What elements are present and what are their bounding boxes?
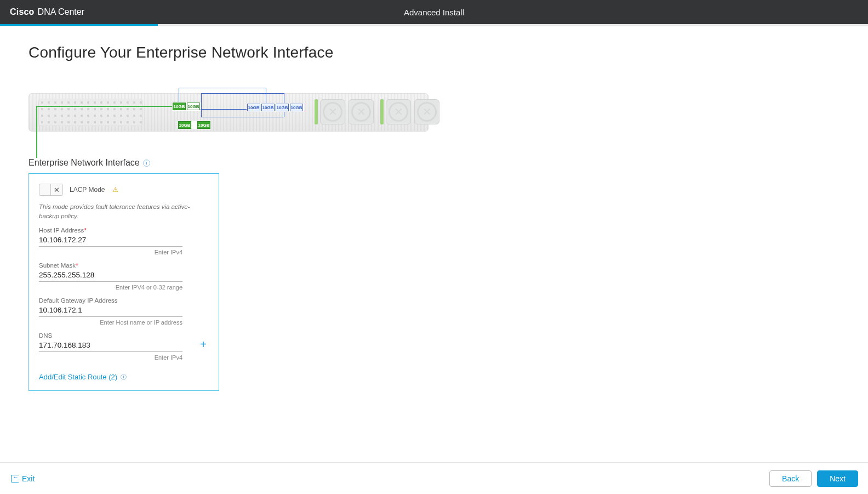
brand: Cisco DNA Center	[0, 7, 84, 17]
back-button[interactable]: Back	[769, 470, 812, 487]
warning-icon: ⚠	[112, 186, 118, 194]
subnet-field: Subnet Mask* Enter IPV4 or 0-32 range	[39, 262, 182, 291]
interface-config-card: ✕ LACP Mode ⚠ This mode provides fault t…	[28, 173, 219, 391]
port-pair-top-green: 10GB 10GB	[172, 102, 201, 111]
toggle-knob: ✕	[50, 184, 62, 195]
port-10gb-blue: 10GB	[247, 104, 260, 111]
host-ip-field: Host IP Address* Enter IPv4	[39, 227, 182, 255]
page-body: Configure Your Enterprise Network Interf…	[0, 26, 868, 391]
subnet-input[interactable]	[39, 269, 182, 282]
port-10gb-green: 10GB	[178, 121, 191, 129]
host-ip-hint: Enter IPv4	[39, 249, 182, 255]
exit-icon	[11, 475, 19, 482]
port-10gb-blue: 10GB	[276, 104, 289, 111]
header-context-title: Advanced Install	[404, 8, 464, 17]
subnet-hint: Enter IPV4 or 0-32 range	[39, 284, 182, 291]
port-10gb-blue: 10GB	[261, 104, 275, 111]
exit-label: Exit	[22, 474, 35, 483]
x-icon: ✕	[54, 186, 60, 194]
port-10gb-blue: 10GB	[290, 104, 303, 111]
subnet-label: Subnet Mask*	[39, 262, 182, 269]
gateway-input[interactable]	[39, 304, 182, 317]
host-ip-input[interactable]	[39, 234, 182, 247]
port-quad-blue: 10GB 10GB 10GB 10GB	[247, 103, 304, 112]
fan-accent-bar	[380, 99, 384, 124]
progress-fill	[0, 24, 158, 26]
chassis-vents	[38, 99, 142, 126]
gateway-hint: Enter Host name or IP address	[39, 319, 182, 326]
dns-field: DNS + Enter IPv4	[39, 332, 191, 361]
lacp-toggle[interactable]: ✕	[39, 184, 63, 196]
lacp-label: LACP Mode	[70, 186, 105, 194]
static-route-link-label: Add/Edit Static Route (2)	[39, 373, 117, 381]
gateway-label: Default Gateway IP Address	[39, 297, 182, 304]
port-10gb-green: 10GB	[197, 121, 210, 129]
section-title: Enterprise Network Interface	[28, 158, 140, 168]
fan-icon	[320, 99, 345, 124]
dns-label: DNS	[39, 332, 191, 339]
chassis-diagram: 10GB 10GB 10GB 10GB 10GB 10GB 10GB 10GB	[28, 77, 429, 154]
brand-bold: Cisco	[10, 7, 35, 17]
port-10gb-green: 10GB	[173, 103, 186, 110]
static-route-link[interactable]: Add/Edit Static Route (2) i	[39, 373, 127, 381]
dns-input[interactable]	[39, 339, 182, 352]
brand-light: DNA Center	[38, 7, 84, 17]
port-10gb-green-hollow: 10GB	[187, 103, 200, 110]
wizard-footer: Exit Back Next	[0, 462, 868, 494]
mode-description: This mode provides fault tolerance featu…	[39, 202, 198, 220]
fan-icon	[349, 99, 374, 124]
next-button[interactable]: Next	[817, 470, 858, 487]
connector-wire-horizontal	[36, 106, 172, 107]
port-pair-bottom-green: 10GB 10GB	[178, 121, 211, 129]
lacp-toggle-row: ✕ LACP Mode ⚠	[39, 184, 209, 196]
info-icon: i	[121, 374, 127, 380]
exit-button[interactable]: Exit	[11, 474, 35, 483]
add-dns-button[interactable]: +	[200, 338, 207, 351]
host-ip-label: Host IP Address*	[39, 227, 182, 234]
info-icon[interactable]: i	[143, 160, 150, 167]
fan-icon	[386, 99, 411, 124]
fan-accent-bar	[315, 99, 318, 124]
dns-hint: Enter IPv4	[39, 354, 182, 361]
footer-buttons: Back Next	[769, 470, 858, 487]
app-header: Cisco DNA Center Advanced Install	[0, 0, 868, 24]
connector-wire-vertical	[36, 106, 37, 158]
fan-icon	[414, 99, 439, 124]
gateway-field: Default Gateway IP Address Enter Host na…	[39, 297, 182, 326]
section-title-row: Enterprise Network Interface i	[28, 158, 868, 168]
page-title: Configure Your Enterprise Network Interf…	[28, 44, 868, 61]
